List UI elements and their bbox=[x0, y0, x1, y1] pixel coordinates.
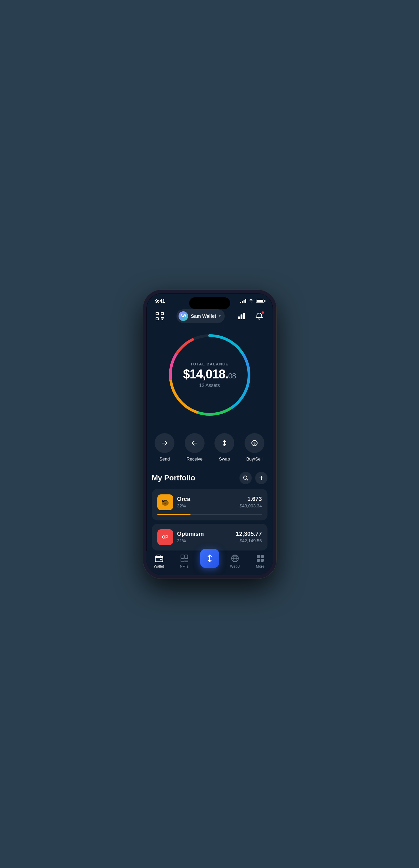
web3-icon bbox=[231, 554, 239, 563]
scan-icon bbox=[155, 312, 164, 321]
nav-items: Wallet NFTs bbox=[146, 554, 273, 568]
bottom-nav: Wallet NFTs bbox=[146, 551, 273, 575]
svg-rect-42 bbox=[261, 559, 264, 562]
svg-text:$: $ bbox=[253, 441, 256, 445]
optimism-percent: 31% bbox=[177, 538, 204, 543]
header-right bbox=[235, 310, 266, 323]
avatar: SW bbox=[179, 311, 188, 321]
nav-more[interactable]: More bbox=[248, 554, 273, 568]
optimism-value: $42,149.56 bbox=[236, 538, 262, 543]
wifi-icon bbox=[248, 299, 254, 303]
svg-rect-31 bbox=[185, 555, 188, 558]
nav-web3[interactable]: Web3 bbox=[222, 554, 248, 568]
more-nav-label: More bbox=[256, 564, 264, 568]
chart-button[interactable] bbox=[235, 310, 248, 323]
send-label: Send bbox=[159, 456, 170, 462]
svg-rect-40 bbox=[261, 555, 264, 558]
center-swap-icon bbox=[205, 554, 214, 563]
svg-point-27 bbox=[163, 501, 164, 502]
buysell-button[interactable]: $ Buy/Sell bbox=[245, 433, 264, 462]
svg-rect-29 bbox=[160, 559, 162, 560]
svg-rect-0 bbox=[156, 312, 158, 315]
search-button[interactable] bbox=[239, 472, 252, 484]
orca-name: Orca bbox=[177, 496, 191, 503]
optimism-logo: OP bbox=[157, 529, 173, 545]
phone-frame: 9:41 bbox=[143, 290, 276, 579]
svg-point-26 bbox=[162, 500, 169, 506]
chevron-down-icon: ▾ bbox=[219, 314, 221, 318]
optimism-amount: 12,305.77 bbox=[236, 531, 262, 537]
wallet-name: Sam Wallet bbox=[191, 313, 216, 319]
receive-button[interactable]: Receive bbox=[185, 433, 205, 462]
battery-icon bbox=[256, 299, 264, 303]
svg-rect-9 bbox=[243, 313, 245, 319]
nfts-icon bbox=[180, 554, 189, 563]
orca-progress-bar bbox=[157, 514, 262, 515]
svg-rect-7 bbox=[238, 316, 240, 319]
header: SW Sam Wallet ▾ bbox=[146, 307, 273, 327]
svg-rect-30 bbox=[181, 555, 184, 558]
main-content: TOTAL BALANCE $14,018.08 12 Assets Send bbox=[146, 327, 273, 551]
portfolio-section: My Portfolio bbox=[146, 472, 273, 551]
asset-card-orca[interactable]: Orca 32% 1.673 $43,003.34 bbox=[152, 489, 267, 520]
balance-section: TOTAL BALANCE $14,018.08 12 Assets bbox=[146, 327, 273, 430]
balance-content: TOTAL BALANCE $14,018.08 12 Assets bbox=[179, 362, 240, 388]
swap-icon bbox=[221, 439, 228, 447]
wallet-selector[interactable]: SW Sam Wallet ▾ bbox=[176, 309, 225, 323]
notification-button[interactable] bbox=[253, 310, 266, 323]
bar-chart-icon bbox=[237, 312, 246, 320]
asset-card-top: OP Optimism 31% 12,305.77 $42,149.56 bbox=[157, 529, 262, 545]
portfolio-header: My Portfolio bbox=[152, 472, 267, 484]
assets-count: 12 Assets bbox=[179, 383, 240, 388]
nav-wallet[interactable]: Wallet bbox=[146, 554, 172, 568]
search-icon bbox=[243, 475, 248, 481]
svg-rect-8 bbox=[241, 314, 243, 319]
balance-ring: TOTAL BALANCE $14,018.08 12 Assets bbox=[165, 331, 254, 419]
wallet-nav-label: Wallet bbox=[154, 564, 164, 568]
swap-center-button[interactable] bbox=[200, 549, 219, 568]
portfolio-actions bbox=[239, 472, 267, 484]
svg-rect-32 bbox=[181, 559, 184, 562]
svg-rect-2 bbox=[156, 318, 158, 320]
orca-percent: 32% bbox=[177, 503, 191, 508]
buysell-label: Buy/Sell bbox=[246, 456, 263, 462]
web3-nav-label: Web3 bbox=[230, 564, 240, 568]
action-buttons: Send Receive bbox=[146, 430, 273, 472]
nav-nfts[interactable]: NFTs bbox=[172, 554, 197, 568]
nav-center[interactable] bbox=[197, 554, 222, 568]
add-button[interactable] bbox=[255, 472, 267, 484]
svg-rect-39 bbox=[257, 555, 260, 558]
svg-line-23 bbox=[247, 479, 248, 480]
scan-button[interactable] bbox=[153, 310, 166, 323]
signal-icon bbox=[240, 299, 246, 303]
nfts-nav-label: NFTs bbox=[180, 564, 189, 568]
more-icon bbox=[256, 554, 265, 563]
balance-amount: $14,018.08 bbox=[179, 368, 240, 380]
svg-rect-41 bbox=[257, 559, 260, 562]
balance-cents: 08 bbox=[228, 372, 236, 380]
status-icons bbox=[240, 299, 264, 303]
plus-icon bbox=[259, 475, 264, 481]
swap-label: Swap bbox=[219, 456, 230, 462]
optimism-name: Optimism bbox=[177, 531, 204, 537]
orca-amount: 1.673 bbox=[239, 496, 262, 503]
orca-value: $43,003.34 bbox=[239, 503, 262, 508]
send-icon bbox=[161, 439, 168, 447]
svg-rect-1 bbox=[161, 312, 163, 315]
receive-label: Receive bbox=[186, 456, 202, 462]
balance-label: TOTAL BALANCE bbox=[179, 362, 240, 366]
notification-badge bbox=[261, 311, 264, 314]
dynamic-island bbox=[189, 297, 230, 309]
asset-card-top: Orca 32% 1.673 $43,003.34 bbox=[157, 494, 262, 510]
send-button[interactable]: Send bbox=[155, 433, 174, 462]
swap-button[interactable]: Swap bbox=[214, 433, 234, 462]
orca-logo bbox=[157, 494, 173, 510]
buysell-icon: $ bbox=[251, 439, 258, 447]
receive-icon bbox=[191, 439, 198, 447]
portfolio-title: My Portfolio bbox=[152, 474, 195, 482]
status-time: 9:41 bbox=[155, 298, 165, 304]
wallet-icon bbox=[155, 554, 163, 563]
asset-card-optimism[interactable]: OP Optimism 31% 12,305.77 $42,149.56 bbox=[152, 524, 267, 550]
